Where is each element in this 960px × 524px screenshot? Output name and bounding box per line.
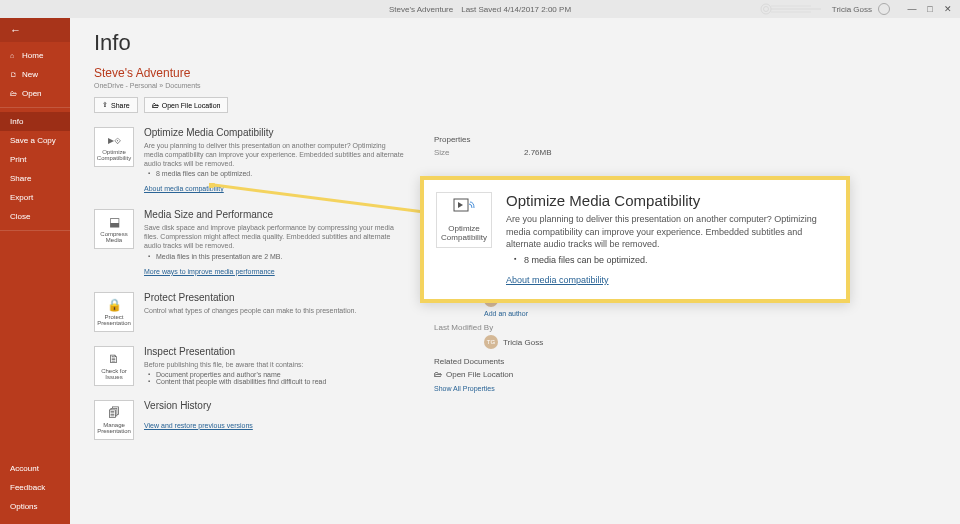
size-value: 2.76MB xyxy=(524,148,552,157)
svg-point-0 xyxy=(761,4,771,14)
user-avatar-icon[interactable] xyxy=(878,3,890,15)
nav-feedback[interactable]: Feedback xyxy=(0,478,70,497)
open-file-location-link[interactable]: 🗁Open File Location xyxy=(434,370,936,379)
media-perf-link[interactable]: More ways to improve media performance xyxy=(144,268,275,275)
optimize-callout: Optimize Compatibility Optimize Media Co… xyxy=(420,176,850,303)
open-icon: 🗁 xyxy=(10,90,18,97)
titlebar-saved: Last Saved 4/14/2017 2:00 PM xyxy=(461,5,571,14)
titlebar-user: Tricia Goss xyxy=(832,5,872,14)
inspect-icon: 🗎 xyxy=(108,352,120,366)
compress-icon: ⬓ xyxy=(109,215,120,229)
share-icon: ⇪ xyxy=(102,101,108,109)
nav-new[interactable]: 🗋New xyxy=(0,65,70,84)
page-title: Info xyxy=(94,30,936,56)
inspect-heading: Inspect Presentation xyxy=(144,346,404,357)
folder-icon: 🗁 xyxy=(434,370,442,379)
nav-open[interactable]: 🗁Open xyxy=(0,84,70,103)
media-size-heading: Media Size and Performance xyxy=(144,209,404,220)
protect-heading: Protect Presentation xyxy=(144,292,404,303)
optimize-desc: Are you planning to deliver this present… xyxy=(144,141,404,168)
inspect-bullet-2: Content that people with disabilities fi… xyxy=(144,378,404,385)
callout-tile[interactable]: Optimize Compatibility xyxy=(436,192,492,248)
close-window-button[interactable]: ✕ xyxy=(940,3,956,15)
version-history-section: 🗐 Manage Presentation Version History Vi… xyxy=(94,400,404,440)
callout-bullet: 8 media files can be optimized. xyxy=(506,255,834,265)
modified-label: Last Modified By xyxy=(434,323,524,332)
callout-link[interactable]: About media compatibility xyxy=(506,275,609,285)
avatar: TG xyxy=(484,335,498,349)
nav-save-copy[interactable]: Save a Copy xyxy=(0,131,70,150)
related-docs-heading: Related Documents xyxy=(434,357,936,366)
nav-home[interactable]: ⌂Home xyxy=(0,46,70,65)
svg-point-1 xyxy=(763,7,768,12)
history-link[interactable]: View and restore previous versions xyxy=(144,422,253,429)
add-author-link[interactable]: Add an author xyxy=(434,310,936,317)
maximize-button[interactable]: □ xyxy=(922,3,938,15)
back-arrow-icon: ← xyxy=(10,24,21,36)
nav-options[interactable]: Options xyxy=(0,497,70,516)
share-button[interactable]: ⇪Share xyxy=(94,97,138,113)
about-media-compat-link[interactable]: About media compatibility xyxy=(144,185,224,192)
inspect-bullet-1: Document properties and author's name xyxy=(144,371,404,378)
nav-print[interactable]: Print xyxy=(0,150,70,169)
optimize-compatibility-section: ▸⟐ Optimize Compatibility Optimize Media… xyxy=(94,127,404,195)
show-all-properties-link[interactable]: Show All Properties xyxy=(434,385,495,392)
titlebar-doc-name: Steve's Adventure xyxy=(389,5,453,14)
check-issues-tile[interactable]: 🗎 Check for Issues xyxy=(94,346,134,386)
breadcrumb: OneDrive - Personal » Documents xyxy=(94,82,936,89)
media-icon xyxy=(453,198,475,221)
media-size-section: ⬓ Compress Media Media Size and Performa… xyxy=(94,209,404,277)
folder-icon: 🗁 xyxy=(152,102,159,109)
document-title: Steve's Adventure xyxy=(94,66,936,80)
nav-export[interactable]: Export xyxy=(0,188,70,207)
manage-presentation-tile[interactable]: 🗐 Manage Presentation xyxy=(94,400,134,440)
compress-media-tile[interactable]: ⬓ Compress Media xyxy=(94,209,134,249)
inspect-section: 🗎 Check for Issues Inspect Presentation … xyxy=(94,346,404,386)
title-bar: Steve's Adventure Last Saved 4/14/2017 2… xyxy=(0,0,960,18)
minimize-button[interactable]: — xyxy=(904,3,920,15)
callout-desc: Are you planning to deliver this present… xyxy=(506,213,834,251)
optimize-compatibility-tile[interactable]: ▸⟐ Optimize Compatibility xyxy=(94,127,134,167)
media-size-bullet: Media files in this presentation are 2 M… xyxy=(144,253,404,260)
backstage-sidebar: ← ⌂Home 🗋New 🗁Open Info Save a Copy Prin… xyxy=(0,18,70,524)
history-heading: Version History xyxy=(144,400,404,411)
media-icon: ▸⟐ xyxy=(108,133,121,147)
protect-desc: Control what types of changes people can… xyxy=(144,306,404,315)
protect-section: 🔒 Protect Presentation Protect Presentat… xyxy=(94,292,404,332)
optimize-bullet: 8 media files can be optimized. xyxy=(144,170,404,177)
nav-share[interactable]: Share xyxy=(0,169,70,188)
protect-presentation-tile[interactable]: 🔒 Protect Presentation xyxy=(94,292,134,332)
lock-icon: 🔒 xyxy=(107,298,122,312)
new-icon: 🗋 xyxy=(10,71,18,78)
properties-heading: Properties xyxy=(434,135,936,144)
home-icon: ⌂ xyxy=(10,52,18,59)
nav-info[interactable]: Info xyxy=(0,112,70,131)
size-label: Size xyxy=(434,148,524,157)
titlebar-decoration xyxy=(756,2,826,16)
inspect-desc: Before publishing this file, be aware th… xyxy=(144,360,404,369)
modified-person[interactable]: TGTricia Goss xyxy=(434,335,936,349)
nav-account[interactable]: Account xyxy=(0,459,70,478)
media-size-desc: Save disk space and improve playback per… xyxy=(144,223,404,250)
back-button[interactable]: ← xyxy=(0,18,70,42)
nav-close[interactable]: Close xyxy=(0,207,70,226)
history-icon: 🗐 xyxy=(108,406,120,420)
callout-title: Optimize Media Compatibility xyxy=(506,192,834,209)
open-file-location-button[interactable]: 🗁Open File Location xyxy=(144,97,229,113)
info-page: Info Steve's Adventure OneDrive - Person… xyxy=(70,18,960,524)
optimize-heading: Optimize Media Compatibility xyxy=(144,127,404,138)
